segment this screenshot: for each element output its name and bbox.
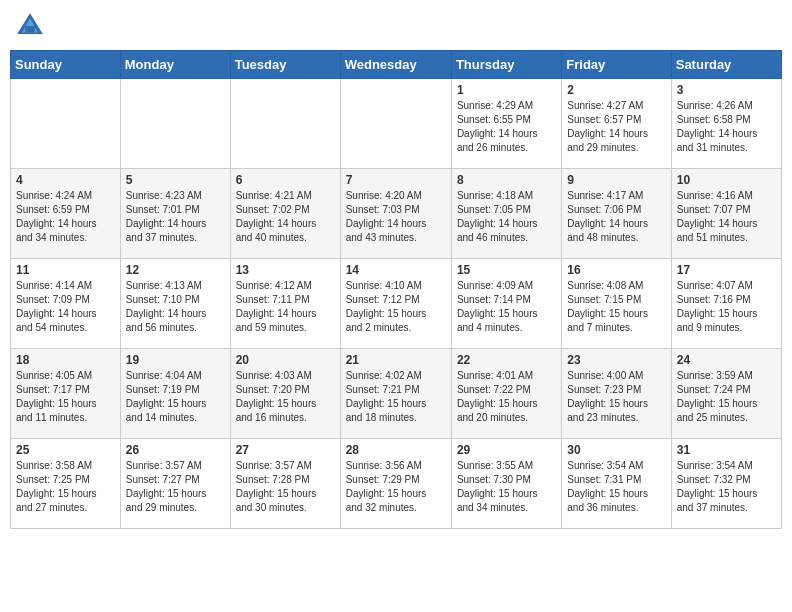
- day-info: Sunrise: 4:21 AM Sunset: 7:02 PM Dayligh…: [236, 189, 335, 245]
- day-number: 30: [567, 443, 665, 457]
- day-cell-30: 30Sunrise: 3:54 AM Sunset: 7:31 PM Dayli…: [562, 439, 671, 529]
- day-info: Sunrise: 4:13 AM Sunset: 7:10 PM Dayligh…: [126, 279, 225, 335]
- day-cell-15: 15Sunrise: 4:09 AM Sunset: 7:14 PM Dayli…: [451, 259, 561, 349]
- day-info: Sunrise: 3:58 AM Sunset: 7:25 PM Dayligh…: [16, 459, 115, 515]
- day-number: 4: [16, 173, 115, 187]
- day-number: 9: [567, 173, 665, 187]
- day-info: Sunrise: 3:56 AM Sunset: 7:29 PM Dayligh…: [346, 459, 446, 515]
- day-info: Sunrise: 4:14 AM Sunset: 7:09 PM Dayligh…: [16, 279, 115, 335]
- day-number: 23: [567, 353, 665, 367]
- day-info: Sunrise: 4:26 AM Sunset: 6:58 PM Dayligh…: [677, 99, 776, 155]
- day-info: Sunrise: 3:55 AM Sunset: 7:30 PM Dayligh…: [457, 459, 556, 515]
- day-cell-12: 12Sunrise: 4:13 AM Sunset: 7:10 PM Dayli…: [120, 259, 230, 349]
- day-number: 17: [677, 263, 776, 277]
- weekday-header-friday: Friday: [562, 51, 671, 79]
- day-cell-9: 9Sunrise: 4:17 AM Sunset: 7:06 PM Daylig…: [562, 169, 671, 259]
- day-cell-23: 23Sunrise: 4:00 AM Sunset: 7:23 PM Dayli…: [562, 349, 671, 439]
- day-info: Sunrise: 4:04 AM Sunset: 7:19 PM Dayligh…: [126, 369, 225, 425]
- day-number: 29: [457, 443, 556, 457]
- weekday-header-tuesday: Tuesday: [230, 51, 340, 79]
- day-cell-2: 2Sunrise: 4:27 AM Sunset: 6:57 PM Daylig…: [562, 79, 671, 169]
- week-row-5: 25Sunrise: 3:58 AM Sunset: 7:25 PM Dayli…: [11, 439, 782, 529]
- week-row-2: 4Sunrise: 4:24 AM Sunset: 6:59 PM Daylig…: [11, 169, 782, 259]
- header: [10, 10, 782, 42]
- day-number: 1: [457, 83, 556, 97]
- day-info: Sunrise: 3:54 AM Sunset: 7:32 PM Dayligh…: [677, 459, 776, 515]
- calendar: SundayMondayTuesdayWednesdayThursdayFrid…: [10, 50, 782, 529]
- day-cell-25: 25Sunrise: 3:58 AM Sunset: 7:25 PM Dayli…: [11, 439, 121, 529]
- weekday-header-thursday: Thursday: [451, 51, 561, 79]
- day-number: 19: [126, 353, 225, 367]
- day-info: Sunrise: 4:12 AM Sunset: 7:11 PM Dayligh…: [236, 279, 335, 335]
- day-number: 6: [236, 173, 335, 187]
- day-cell-14: 14Sunrise: 4:10 AM Sunset: 7:12 PM Dayli…: [340, 259, 451, 349]
- weekday-header-wednesday: Wednesday: [340, 51, 451, 79]
- day-cell-22: 22Sunrise: 4:01 AM Sunset: 7:22 PM Dayli…: [451, 349, 561, 439]
- day-cell-29: 29Sunrise: 3:55 AM Sunset: 7:30 PM Dayli…: [451, 439, 561, 529]
- day-number: 15: [457, 263, 556, 277]
- day-number: 7: [346, 173, 446, 187]
- day-cell-18: 18Sunrise: 4:05 AM Sunset: 7:17 PM Dayli…: [11, 349, 121, 439]
- day-cell-8: 8Sunrise: 4:18 AM Sunset: 7:05 PM Daylig…: [451, 169, 561, 259]
- day-number: 18: [16, 353, 115, 367]
- day-number: 27: [236, 443, 335, 457]
- day-number: 22: [457, 353, 556, 367]
- weekday-header-sunday: Sunday: [11, 51, 121, 79]
- day-info: Sunrise: 4:27 AM Sunset: 6:57 PM Dayligh…: [567, 99, 665, 155]
- day-number: 16: [567, 263, 665, 277]
- day-number: 3: [677, 83, 776, 97]
- day-number: 20: [236, 353, 335, 367]
- day-number: 31: [677, 443, 776, 457]
- day-info: Sunrise: 4:08 AM Sunset: 7:15 PM Dayligh…: [567, 279, 665, 335]
- day-info: Sunrise: 4:01 AM Sunset: 7:22 PM Dayligh…: [457, 369, 556, 425]
- day-info: Sunrise: 4:17 AM Sunset: 7:06 PM Dayligh…: [567, 189, 665, 245]
- day-cell-31: 31Sunrise: 3:54 AM Sunset: 7:32 PM Dayli…: [671, 439, 781, 529]
- day-info: Sunrise: 4:02 AM Sunset: 7:21 PM Dayligh…: [346, 369, 446, 425]
- day-info: Sunrise: 4:23 AM Sunset: 7:01 PM Dayligh…: [126, 189, 225, 245]
- day-cell-7: 7Sunrise: 4:20 AM Sunset: 7:03 PM Daylig…: [340, 169, 451, 259]
- day-number: 13: [236, 263, 335, 277]
- week-row-1: 1Sunrise: 4:29 AM Sunset: 6:55 PM Daylig…: [11, 79, 782, 169]
- day-cell-10: 10Sunrise: 4:16 AM Sunset: 7:07 PM Dayli…: [671, 169, 781, 259]
- day-info: Sunrise: 4:18 AM Sunset: 7:05 PM Dayligh…: [457, 189, 556, 245]
- day-cell-19: 19Sunrise: 4:04 AM Sunset: 7:19 PM Dayli…: [120, 349, 230, 439]
- day-cell-13: 13Sunrise: 4:12 AM Sunset: 7:11 PM Dayli…: [230, 259, 340, 349]
- day-cell-3: 3Sunrise: 4:26 AM Sunset: 6:58 PM Daylig…: [671, 79, 781, 169]
- day-info: Sunrise: 4:29 AM Sunset: 6:55 PM Dayligh…: [457, 99, 556, 155]
- day-info: Sunrise: 4:00 AM Sunset: 7:23 PM Dayligh…: [567, 369, 665, 425]
- week-row-3: 11Sunrise: 4:14 AM Sunset: 7:09 PM Dayli…: [11, 259, 782, 349]
- day-cell-28: 28Sunrise: 3:56 AM Sunset: 7:29 PM Dayli…: [340, 439, 451, 529]
- day-number: 8: [457, 173, 556, 187]
- empty-cell: [11, 79, 121, 169]
- day-info: Sunrise: 4:03 AM Sunset: 7:20 PM Dayligh…: [236, 369, 335, 425]
- day-number: 25: [16, 443, 115, 457]
- weekday-header-row: SundayMondayTuesdayWednesdayThursdayFrid…: [11, 51, 782, 79]
- day-cell-6: 6Sunrise: 4:21 AM Sunset: 7:02 PM Daylig…: [230, 169, 340, 259]
- day-number: 28: [346, 443, 446, 457]
- day-cell-27: 27Sunrise: 3:57 AM Sunset: 7:28 PM Dayli…: [230, 439, 340, 529]
- day-info: Sunrise: 3:57 AM Sunset: 7:27 PM Dayligh…: [126, 459, 225, 515]
- day-number: 14: [346, 263, 446, 277]
- day-info: Sunrise: 3:57 AM Sunset: 7:28 PM Dayligh…: [236, 459, 335, 515]
- day-cell-17: 17Sunrise: 4:07 AM Sunset: 7:16 PM Dayli…: [671, 259, 781, 349]
- day-cell-16: 16Sunrise: 4:08 AM Sunset: 7:15 PM Dayli…: [562, 259, 671, 349]
- day-info: Sunrise: 4:20 AM Sunset: 7:03 PM Dayligh…: [346, 189, 446, 245]
- empty-cell: [340, 79, 451, 169]
- day-info: Sunrise: 4:16 AM Sunset: 7:07 PM Dayligh…: [677, 189, 776, 245]
- day-cell-21: 21Sunrise: 4:02 AM Sunset: 7:21 PM Dayli…: [340, 349, 451, 439]
- day-number: 5: [126, 173, 225, 187]
- day-info: Sunrise: 4:10 AM Sunset: 7:12 PM Dayligh…: [346, 279, 446, 335]
- day-cell-4: 4Sunrise: 4:24 AM Sunset: 6:59 PM Daylig…: [11, 169, 121, 259]
- day-number: 12: [126, 263, 225, 277]
- day-number: 26: [126, 443, 225, 457]
- day-info: Sunrise: 3:54 AM Sunset: 7:31 PM Dayligh…: [567, 459, 665, 515]
- day-info: Sunrise: 4:05 AM Sunset: 7:17 PM Dayligh…: [16, 369, 115, 425]
- weekday-header-saturday: Saturday: [671, 51, 781, 79]
- day-number: 2: [567, 83, 665, 97]
- day-cell-1: 1Sunrise: 4:29 AM Sunset: 6:55 PM Daylig…: [451, 79, 561, 169]
- week-row-4: 18Sunrise: 4:05 AM Sunset: 7:17 PM Dayli…: [11, 349, 782, 439]
- day-info: Sunrise: 4:07 AM Sunset: 7:16 PM Dayligh…: [677, 279, 776, 335]
- day-cell-24: 24Sunrise: 3:59 AM Sunset: 7:24 PM Dayli…: [671, 349, 781, 439]
- weekday-header-monday: Monday: [120, 51, 230, 79]
- day-number: 21: [346, 353, 446, 367]
